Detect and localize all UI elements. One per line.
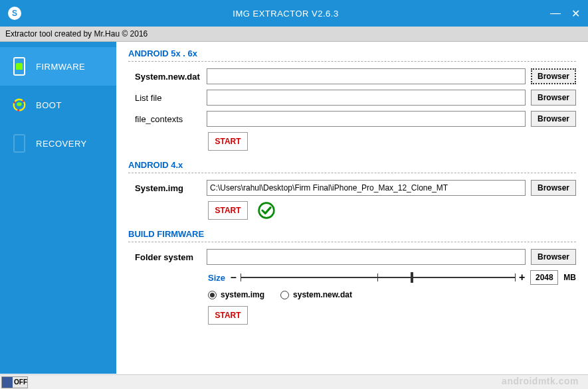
window-title: IMG EXTRACTOR V2.6.3 [21,9,550,19]
sidebar-item-label: RECOVERY [36,139,87,149]
size-increase-button[interactable]: + [519,272,525,283]
start-button-android56[interactable]: START [208,132,248,151]
sidebar: FIRMWARE BOOT RECOVERY [0,42,116,374]
boot-icon [12,95,27,115]
svg-point-3 [259,203,274,218]
recovery-icon [12,133,27,153]
radio-system-new-dat[interactable]: system.new.dat [280,290,352,299]
system-img-input[interactable] [207,180,526,196]
system-new-dat-input[interactable] [207,68,526,84]
list-file-input[interactable] [207,90,526,106]
section-build-firmware: BUILD FIRMWARE Folder system Browser Siz… [128,229,576,325]
section-header: BUILD FIRMWARE [128,229,576,239]
start-button-build[interactable]: START [208,306,248,325]
size-label: Size [208,273,225,283]
off-toggle-label: OFF [14,378,27,386]
size-unit-label: MB [563,273,576,282]
footer: OFF androidmtk.com [0,374,588,389]
list-file-label: List file [128,93,201,103]
section-android-4x: ANDROID 4.x System.img Browser START [128,160,576,220]
content-panel: ANDROID 5x . 6x System.new.dat Browser L… [116,42,588,374]
svg-rect-2 [17,102,21,106]
sidebar-item-label: FIRMWARE [36,62,85,72]
sidebar-item-label: BOOT [36,100,62,110]
section-header: ANDROID 5x . 6x [128,48,576,58]
list-file-browser-button[interactable]: Browser [531,90,576,106]
minimize-button[interactable]: — [550,7,561,20]
system-new-dat-browser-button[interactable]: Browser [531,68,576,84]
start-button-android4[interactable]: START [208,201,248,220]
watermark: androidmtk.com [502,376,579,386]
app-logo: S [8,7,21,20]
close-button[interactable]: ✕ [571,7,580,20]
radio-label: system.new.dat [293,290,352,299]
firmware-icon [12,56,27,76]
file-contexts-browser-button[interactable]: Browser [531,111,576,127]
system-new-dat-label: System.new.dat [128,72,201,82]
sidebar-item-firmware[interactable]: FIRMWARE [0,47,116,86]
radio-system-img[interactable]: system.img [208,290,264,299]
size-decrease-button[interactable]: – [231,272,237,283]
radio-icon [280,291,289,299]
radio-icon [208,291,217,299]
system-img-browser-button[interactable]: Browser [531,180,576,196]
titlebar: S IMG EXTRACTOR V2.6.3 — ✕ [0,0,588,27]
sidebar-item-recovery[interactable]: RECOVERY [0,124,116,163]
folder-system-label: Folder system [128,252,201,262]
divider [128,61,576,62]
divider [128,173,576,173]
section-header: ANDROID 4.x [128,160,576,170]
divider [128,242,576,242]
radio-label: system.img [221,290,264,299]
size-slider[interactable] [241,271,515,284]
folder-system-browser-button[interactable]: Browser [531,249,576,265]
system-img-label: System.img [128,183,201,193]
file-contexts-input[interactable] [207,111,526,127]
success-checkmark-icon [257,201,276,220]
off-toggle[interactable]: OFF [1,376,28,388]
sidebar-item-boot[interactable]: BOOT [0,86,116,124]
folder-system-input[interactable] [207,249,526,265]
size-value-input[interactable] [530,270,558,285]
file-contexts-label: file_contexts [128,114,201,124]
subtitle-bar: Extractor tool created by Mr.Hau © 2016 [0,27,588,42]
section-android-5x-6x: ANDROID 5x . 6x System.new.dat Browser L… [128,48,576,151]
